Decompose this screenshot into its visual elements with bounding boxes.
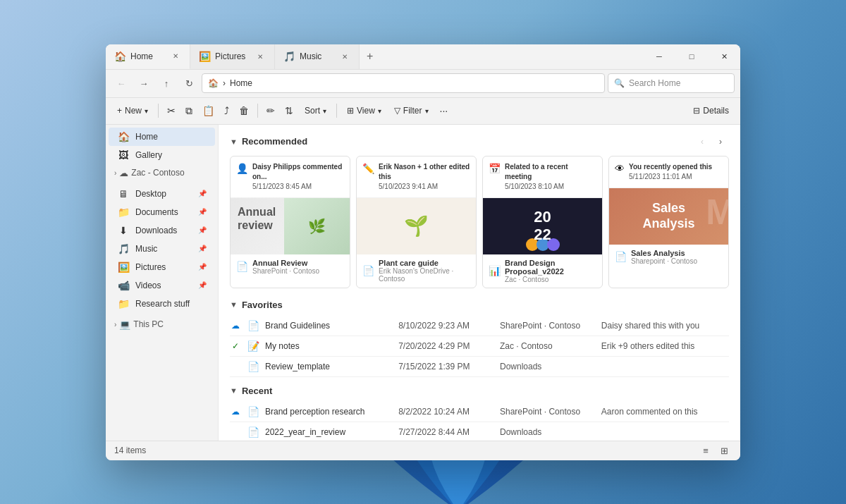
- word-doc-icon-2: 📄: [362, 265, 374, 276]
- sort-button[interactable]: ⇅: [281, 102, 298, 119]
- list-view-button[interactable]: ≡: [698, 443, 713, 458]
- search-icon: 🔍: [614, 78, 625, 88]
- pictures-tab-label: Pictures: [215, 51, 250, 61]
- brand-perception-activity: Aaron commented on this: [601, 407, 729, 417]
- sidebar-item-gallery[interactable]: 🖼 Gallery: [109, 146, 215, 164]
- maximize-button[interactable]: □: [675, 44, 708, 70]
- search-box[interactable]: 🔍 Search Home: [608, 73, 735, 93]
- tab-list: 🏠 Home ✕ 🖼️ Pictures ✕ 🎵 Music ✕ +: [106, 44, 643, 69]
- sidebar-item-home[interactable]: 🏠 Home: [109, 128, 215, 146]
- refresh-button[interactable]: ↻: [179, 73, 199, 93]
- pin-icon-2: 📌: [198, 208, 207, 216]
- forward-button[interactable]: →: [134, 73, 154, 93]
- my-notes-location: Zac · Contoso: [500, 341, 596, 351]
- review-template-location: Downloads: [500, 362, 596, 371]
- new-tab-button[interactable]: +: [360, 44, 380, 69]
- new-label: New: [125, 106, 142, 116]
- eye-icon: 👁: [615, 163, 625, 174]
- recent-toggle[interactable]: ▼: [230, 386, 238, 395]
- year-in-review-date: 7/27/2022 8:44 AM: [398, 427, 494, 437]
- card-sales-analysis[interactable]: 👁 You recently opened this 5/11/2023 11:…: [608, 156, 729, 288]
- view-button[interactable]: ⊞ View ▾: [341, 103, 387, 118]
- excel-icon: 📄: [615, 251, 627, 262]
- my-notes-name: My notes: [265, 341, 393, 351]
- view-toggle-buttons: ≡ ⊞: [698, 443, 732, 458]
- sidebar-item-pictures[interactable]: 🖼️ Pictures 📌: [109, 258, 215, 276]
- card-brand-design[interactable]: 📅 Related to a recent meeting 5/10/2023 …: [482, 156, 603, 288]
- card-annual-review-activity: Daisy Philipps commented on... 5/11/2023…: [252, 162, 344, 192]
- favorites-section: ▼ Favorites ☁ 📄 Brand Guidelines 8/10/20…: [230, 300, 729, 377]
- favorites-item-review-template[interactable]: 📄 Review_template 7/15/2022 1:39 PM Down…: [230, 357, 729, 377]
- sort-label-button[interactable]: Sort ▾: [299, 103, 332, 118]
- address-path[interactable]: 🏠 › Home: [202, 73, 605, 93]
- grid-view-button[interactable]: ⊞: [716, 443, 732, 458]
- favorites-item-brand-guidelines[interactable]: ☁ 📄 Brand Guidelines 8/10/2022 9:23 AM S…: [230, 316, 729, 336]
- music-tab-close[interactable]: ✕: [339, 51, 350, 62]
- sidebar-item-desktop[interactable]: 🖥 Desktop 📌: [109, 185, 215, 203]
- research-stuff-icon: 📁: [117, 298, 130, 309]
- sales-thumb-text: SalesAnalysis: [642, 201, 694, 231]
- more-button[interactable]: ···: [436, 102, 453, 119]
- user-comment-icon: 👤: [236, 163, 248, 174]
- up-button[interactable]: ↑: [157, 73, 176, 93]
- new-button[interactable]: + New ▾: [111, 103, 154, 118]
- recent-item-2022-year[interactable]: 📄 2022_year_in_review 7/27/2022 8:44 AM …: [230, 422, 729, 441]
- card-brand-design-thumb: 2022: [483, 198, 602, 254]
- copy-button[interactable]: ⧉: [181, 102, 197, 120]
- this-pc-label: This PC: [133, 319, 209, 329]
- pin-icon-5: 📌: [198, 263, 207, 271]
- brand-guidelines-activity: Daisy shared this with you: [601, 321, 729, 331]
- sidebar-item-this-pc[interactable]: › 💻 This PC: [109, 316, 215, 333]
- pictures-sidebar-icon: 🖼️: [117, 262, 130, 273]
- sidebar-item-research-stuff[interactable]: 📁 Research stuff: [109, 295, 215, 313]
- tab-music[interactable]: 🎵 Music ✕: [275, 44, 360, 69]
- card-plant-care-guide[interactable]: ✏️ Erik Nason + 1 other edited this 5/10…: [356, 156, 477, 288]
- annual-review-thumb-img: 🌿: [284, 198, 350, 254]
- recommended-prev[interactable]: ‹: [694, 133, 711, 150]
- gallery-icon: 🖼: [117, 149, 130, 161]
- card-brand-design-footer: 📊 Brand Design Proposal_v2022 Zac · Cont…: [483, 254, 602, 288]
- recent-section: ▼ Recent ☁ 📄 Brand perception research 8…: [230, 386, 729, 441]
- card-annual-review-footer: 📄 Annual Review SharePoint · Contoso: [231, 254, 350, 279]
- sort-chevron: ▾: [323, 107, 326, 115]
- card-brand-design-info: Brand Design Proposal_v2022 Zac · Contos…: [505, 259, 596, 283]
- close-button[interactable]: ✕: [708, 44, 740, 70]
- share-button[interactable]: ⤴: [220, 102, 233, 119]
- recommended-toggle[interactable]: ▼: [230, 137, 238, 146]
- brand-perception-name: Brand perception research: [265, 407, 393, 417]
- annual-review-thumb-text: Annualreview: [238, 205, 276, 232]
- favorites-toggle[interactable]: ▼: [230, 300, 238, 309]
- recommended-next[interactable]: ›: [712, 133, 729, 150]
- minimize-button[interactable]: ─: [643, 44, 675, 70]
- favorites-item-my-notes[interactable]: ✓ 📝 My notes 7/20/2022 4:29 PM Zac · Con…: [230, 336, 729, 357]
- details-icon: ⊟: [693, 106, 700, 116]
- path-separator: ›: [223, 78, 226, 88]
- sidebar-item-downloads[interactable]: ⬇ Downloads 📌: [109, 221, 215, 240]
- sidebar-item-documents[interactable]: 📁 Documents 📌: [109, 203, 215, 221]
- delete-button[interactable]: 🗑: [235, 102, 253, 119]
- filter-button[interactable]: ▽ Filter ▾: [388, 103, 434, 118]
- tab-home[interactable]: 🏠 Home ✕: [106, 44, 190, 69]
- card-annual-review-meta: 👤 Daisy Philipps commented on... 5/11/20…: [231, 156, 350, 198]
- sidebar-item-zac-contoso[interactable]: › ☁ Zac - Contoso: [109, 164, 215, 182]
- videos-icon: 📹: [117, 280, 130, 291]
- paste-button[interactable]: 📋: [198, 102, 219, 119]
- pictures-tab-close[interactable]: ✕: [255, 51, 266, 62]
- details-button[interactable]: ⊟ Details: [687, 103, 735, 118]
- brand-perception-location: SharePoint · Contoso: [500, 407, 596, 417]
- toolbar-separator-2: [257, 104, 258, 118]
- back-button[interactable]: ←: [111, 73, 131, 93]
- meeting-icon: 📅: [489, 163, 501, 174]
- zac-contoso-icon: ☁: [119, 168, 128, 178]
- sidebar-item-music[interactable]: 🎵 Music 📌: [109, 240, 215, 258]
- cut-button[interactable]: ✂: [163, 102, 180, 119]
- recent-item-brand-perception[interactable]: ☁ 📄 Brand perception research 8/2/2022 1…: [230, 402, 729, 422]
- sidebar-item-videos[interactable]: 📹 Videos 📌: [109, 276, 215, 295]
- card-annual-review[interactable]: 👤 Daisy Philipps commented on... 5/11/20…: [230, 156, 350, 288]
- view-icon: ⊞: [347, 106, 354, 116]
- title-bar: 🏠 Home ✕ 🖼️ Pictures ✕ 🎵 Music ✕ + ─ □ ✕: [106, 44, 740, 70]
- home-tab-close[interactable]: ✕: [170, 51, 181, 62]
- desktop-icon: 🖥: [117, 188, 130, 199]
- tab-pictures[interactable]: 🖼️ Pictures ✕: [190, 44, 275, 69]
- rename-button[interactable]: ✏: [262, 102, 279, 119]
